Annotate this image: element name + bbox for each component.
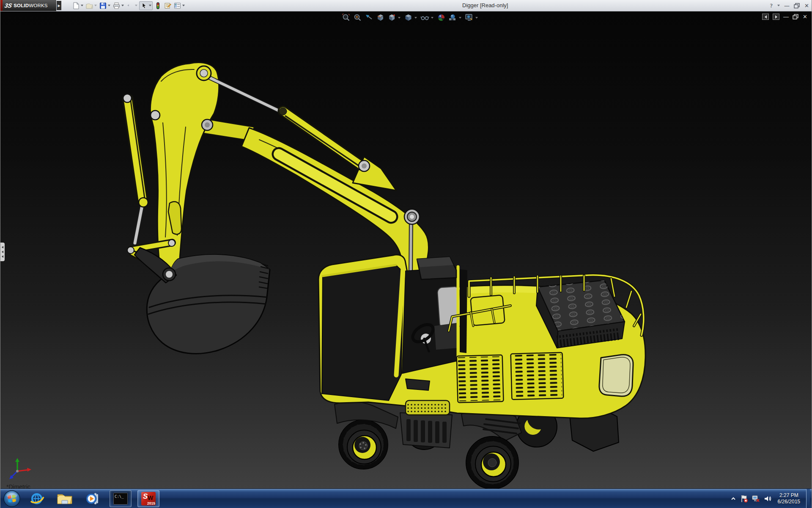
zoom-to-fit-button[interactable] [341,13,351,22]
section-view-icon [376,13,385,22]
previous-view-button[interactable] [364,13,374,22]
taskbar-clock[interactable]: 2:27 PM 6/26/2015 [778,492,800,505]
display-style-icon [404,13,413,22]
edit-appearance-button[interactable] [436,13,446,22]
front-wheel [339,420,388,469]
internet-explorer-button[interactable] [26,490,48,507]
select-cursor-icon [140,2,148,9]
apply-scene-button[interactable] [448,13,463,22]
options-icon [174,2,181,9]
menu-expand-arrow[interactable]: ▶ [57,1,61,10]
close-button[interactable]: ✕ [804,3,809,9]
command-prompt-icon: C:\_ [113,493,128,505]
help-button[interactable]: ? [770,3,773,9]
internet-explorer-icon [29,491,44,506]
hide-show-dropdown[interactable] [431,17,433,19]
display-style-dropdown[interactable] [414,17,417,19]
start-button[interactable] [3,490,21,508]
volume-icon[interactable] [763,494,772,503]
zoom-to-fit-icon [342,13,351,22]
options-dropdown[interactable] [182,5,185,6]
help-dropdown[interactable] [777,5,780,6]
collapse-left-pane-button[interactable] [762,14,769,20]
save-button[interactable] [99,2,111,10]
display-style-button[interactable] [403,13,418,22]
solidworks-2015-button[interactable]: S W 2015 [137,490,159,507]
view-orientation-dropdown[interactable] [398,17,401,19]
taskbar-apps: C:\_ S W 2015 [26,490,159,507]
windows-start-icon [3,490,21,508]
file-properties-button[interactable] [163,2,172,10]
show-desktop-button[interactable] [806,489,810,508]
undo-icon [126,2,134,9]
reference-triad [9,458,31,479]
media-player-icon [85,491,100,506]
hide-show-items-icon [420,13,429,22]
show-hidden-icons-button[interactable] [730,496,736,502]
open-dropdown[interactable] [94,5,97,6]
document-title: Digger [Read-only] [462,2,508,8]
view-settings-dropdown[interactable] [475,17,478,19]
headsup-view-toolbar [341,13,479,22]
zoom-to-area-button[interactable] [353,13,362,22]
window-controls: ? — ✕ [770,0,809,11]
undo-dropdown[interactable] [135,5,137,6]
section-view-button[interactable] [376,13,385,22]
digger-model [0,0,812,508]
document-window-controls: — ✕ [762,14,807,20]
apply-scene-icon [448,13,457,22]
hide-show-items-button[interactable] [420,13,435,22]
view-orientation-button[interactable] [387,13,402,22]
titlebar: 3S SOLIDWORKS ▶ [0,0,812,11]
new-button[interactable] [71,2,84,10]
command-prompt-button[interactable]: C:\_ [110,490,132,507]
new-dropdown[interactable] [81,5,83,6]
undo-button[interactable] [126,2,138,10]
open-button[interactable] [85,2,98,10]
clock-time: 2:27 PM [778,492,800,499]
solidworks-logo: 3S SOLIDWORKS [0,0,56,11]
save-dropdown[interactable] [108,5,110,6]
options-button[interactable] [173,2,186,10]
solidworks-window: 3S SOLIDWORKS ▶ [0,0,812,508]
clock-date: 6/26/2015 [778,499,800,505]
logo-red-stripe [0,0,3,11]
windows-explorer-button[interactable] [54,490,76,507]
doc-restore-button[interactable] [793,14,799,19]
collapse-arrow-icon [2,251,3,253]
doc-close-button[interactable]: ✕ [803,14,807,20]
view-orientation-icon [387,13,396,22]
print-dropdown[interactable] [121,5,124,6]
open-folder-icon [86,2,93,9]
graphics-area[interactable]: — ✕ *Dimetric [0,11,812,489]
save-floppy-icon [99,2,107,9]
select-button[interactable] [139,1,153,10]
new-document-icon [72,2,80,9]
network-status-icon[interactable] [752,494,760,503]
feature-tree-collapse-tab[interactable] [0,243,5,261]
triangle-left-icon [765,15,767,19]
zoom-to-area-icon [353,13,362,22]
previous-view-icon [365,13,373,22]
rebuild-button[interactable] [154,2,162,10]
print-button[interactable] [112,2,125,10]
solidworks-2015-icon: S W 2015 [141,492,156,505]
rear-wheel [466,436,518,489]
view-settings-button[interactable] [464,13,479,22]
rebuild-traffic-light-icon [154,2,162,9]
collapse-right-pane-button[interactable] [773,14,779,20]
view-settings-icon [465,13,474,22]
apply-scene-dropdown[interactable] [459,17,461,19]
solidworks-mark: 3S [4,2,13,9]
action-center-icon[interactable] [740,494,748,503]
standard-toolbar [71,1,186,10]
restore-button[interactable] [794,3,800,8]
minimize-button[interactable]: — [784,3,790,9]
select-dropdown[interactable] [149,5,151,6]
doc-minimize-button[interactable]: — [783,14,789,20]
collapse-arrow-icon [2,255,3,258]
media-player-button[interactable] [82,490,104,507]
triangle-right-icon [775,15,777,19]
edit-appearance-icon [437,13,446,22]
solidworks-wordmark: SOLIDWORKS [14,3,48,8]
